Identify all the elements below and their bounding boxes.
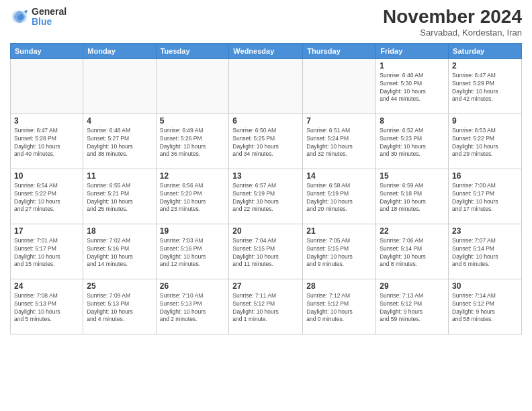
day-number-7: 7 [306, 116, 372, 126]
day-number-17: 17 [14, 226, 79, 236]
cell-2-0: 10Sunrise: 6:54 AM Sunset: 5:22 PM Dayli… [11, 169, 83, 224]
cell-2-1: 11Sunrise: 6:55 AM Sunset: 5:21 PM Dayli… [83, 169, 156, 224]
cell-4-4: 28Sunrise: 7:12 AM Sunset: 5:12 PM Dayli… [303, 279, 376, 334]
cell-4-0: 24Sunrise: 7:08 AM Sunset: 5:13 PM Dayli… [11, 279, 83, 334]
day-number-24: 24 [14, 281, 79, 291]
week-row-2: 10Sunrise: 6:54 AM Sunset: 5:22 PM Dayli… [11, 169, 522, 224]
day-info-28: Sunrise: 7:12 AM Sunset: 5:12 PM Dayligh… [306, 292, 372, 324]
day-info-19: Sunrise: 7:03 AM Sunset: 5:16 PM Dayligh… [160, 237, 226, 269]
day-number-5: 5 [160, 116, 226, 126]
day-info-25: Sunrise: 7:09 AM Sunset: 5:13 PM Dayligh… [87, 292, 152, 324]
day-number-14: 14 [306, 171, 372, 181]
cell-3-5: 22Sunrise: 7:06 AM Sunset: 5:14 PM Dayli… [376, 224, 449, 279]
day-number-29: 29 [380, 281, 445, 291]
cell-4-5: 29Sunrise: 7:13 AM Sunset: 5:12 PM Dayli… [376, 279, 449, 334]
day-info-7: Sunrise: 6:51 AM Sunset: 5:24 PM Dayligh… [306, 127, 372, 159]
calendar-table: Sunday Monday Tuesday Wednesday Thursday… [10, 43, 522, 334]
cell-0-1 [83, 58, 156, 113]
day-number-25: 25 [87, 281, 152, 291]
cell-3-6: 23Sunrise: 7:07 AM Sunset: 5:14 PM Dayli… [449, 224, 522, 279]
cell-2-3: 13Sunrise: 6:57 AM Sunset: 5:19 PM Dayli… [229, 169, 303, 224]
day-info-12: Sunrise: 6:56 AM Sunset: 5:20 PM Dayligh… [160, 182, 226, 214]
day-info-3: Sunrise: 6:47 AM Sunset: 5:28 PM Dayligh… [14, 127, 79, 159]
day-info-20: Sunrise: 7:04 AM Sunset: 5:15 PM Dayligh… [232, 237, 299, 269]
day-number-13: 13 [232, 171, 299, 181]
day-info-5: Sunrise: 6:49 AM Sunset: 5:26 PM Dayligh… [160, 127, 226, 159]
cell-0-6: 2Sunrise: 6:47 AM Sunset: 5:29 PM Daylig… [449, 58, 522, 113]
cell-1-4: 7Sunrise: 6:51 AM Sunset: 5:24 PM Daylig… [303, 113, 376, 169]
cell-4-2: 26Sunrise: 7:10 AM Sunset: 5:13 PM Dayli… [156, 279, 229, 334]
location-subtitle: Sarvabad, Kordestan, Iran [383, 28, 522, 38]
cell-4-1: 25Sunrise: 7:09 AM Sunset: 5:13 PM Dayli… [83, 279, 156, 334]
cell-2-4: 14Sunrise: 6:58 AM Sunset: 5:19 PM Dayli… [303, 169, 376, 224]
day-number-26: 26 [160, 281, 226, 291]
header-row: Sunday Monday Tuesday Wednesday Thursday… [11, 43, 522, 58]
day-info-18: Sunrise: 7:02 AM Sunset: 5:16 PM Dayligh… [87, 237, 152, 269]
day-info-13: Sunrise: 6:57 AM Sunset: 5:19 PM Dayligh… [232, 182, 299, 214]
day-info-4: Sunrise: 6:48 AM Sunset: 5:27 PM Dayligh… [87, 127, 152, 159]
header-saturday: Saturday [449, 43, 522, 58]
header: General Blue November 2024 Sarvabad, Kor… [10, 7, 522, 38]
header-thursday: Thursday [303, 43, 376, 58]
day-info-15: Sunrise: 6:59 AM Sunset: 5:18 PM Dayligh… [380, 182, 445, 214]
day-info-1: Sunrise: 6:46 AM Sunset: 5:30 PM Dayligh… [380, 72, 445, 104]
day-info-30: Sunrise: 7:14 AM Sunset: 5:12 PM Dayligh… [452, 292, 518, 324]
day-number-6: 6 [232, 116, 299, 126]
day-number-12: 12 [160, 171, 226, 181]
cell-1-2: 5Sunrise: 6:49 AM Sunset: 5:26 PM Daylig… [156, 113, 229, 169]
cell-0-4 [303, 58, 376, 113]
cell-1-0: 3Sunrise: 6:47 AM Sunset: 5:28 PM Daylig… [11, 113, 83, 169]
cell-3-4: 21Sunrise: 7:05 AM Sunset: 5:15 PM Dayli… [303, 224, 376, 279]
day-number-9: 9 [452, 116, 518, 126]
day-info-16: Sunrise: 7:00 AM Sunset: 5:17 PM Dayligh… [452, 182, 518, 214]
day-number-16: 16 [452, 171, 518, 181]
week-row-4: 24Sunrise: 7:08 AM Sunset: 5:13 PM Dayli… [11, 279, 522, 334]
title-section: November 2024 Sarvabad, Kordestan, Iran [383, 7, 522, 38]
logo-general-text: General [32, 7, 66, 17]
cell-0-3 [229, 58, 303, 113]
day-number-8: 8 [380, 116, 445, 126]
cell-3-2: 19Sunrise: 7:03 AM Sunset: 5:16 PM Dayli… [156, 224, 229, 279]
cell-0-5: 1Sunrise: 6:46 AM Sunset: 5:30 PM Daylig… [376, 58, 449, 113]
logo-blue-text: Blue [32, 17, 66, 27]
day-number-2: 2 [452, 61, 518, 71]
week-row-0: 1Sunrise: 6:46 AM Sunset: 5:30 PM Daylig… [11, 58, 522, 113]
day-number-11: 11 [87, 171, 152, 181]
week-row-1: 3Sunrise: 6:47 AM Sunset: 5:28 PM Daylig… [11, 113, 522, 169]
cell-3-1: 18Sunrise: 7:02 AM Sunset: 5:16 PM Dayli… [83, 224, 156, 279]
cell-3-3: 20Sunrise: 7:04 AM Sunset: 5:15 PM Dayli… [229, 224, 303, 279]
header-monday: Monday [83, 43, 156, 58]
day-info-2: Sunrise: 6:47 AM Sunset: 5:29 PM Dayligh… [452, 72, 518, 104]
day-number-20: 20 [232, 226, 299, 236]
cell-1-1: 4Sunrise: 6:48 AM Sunset: 5:27 PM Daylig… [83, 113, 156, 169]
cell-4-6: 30Sunrise: 7:14 AM Sunset: 5:12 PM Dayli… [449, 279, 522, 334]
cell-0-0 [11, 58, 83, 113]
logo: General Blue [10, 7, 66, 28]
day-info-10: Sunrise: 6:54 AM Sunset: 5:22 PM Dayligh… [14, 182, 79, 214]
cell-1-3: 6Sunrise: 6:50 AM Sunset: 5:25 PM Daylig… [229, 113, 303, 169]
header-tuesday: Tuesday [156, 43, 229, 58]
header-friday: Friday [376, 43, 449, 58]
day-number-23: 23 [452, 226, 518, 236]
cell-2-2: 12Sunrise: 6:56 AM Sunset: 5:20 PM Dayli… [156, 169, 229, 224]
day-info-14: Sunrise: 6:58 AM Sunset: 5:19 PM Dayligh… [306, 182, 372, 214]
cell-2-6: 16Sunrise: 7:00 AM Sunset: 5:17 PM Dayli… [449, 169, 522, 224]
day-number-1: 1 [380, 61, 445, 71]
day-number-3: 3 [14, 116, 79, 126]
cell-1-5: 8Sunrise: 6:52 AM Sunset: 5:23 PM Daylig… [376, 113, 449, 169]
day-info-21: Sunrise: 7:05 AM Sunset: 5:15 PM Dayligh… [306, 237, 372, 269]
day-number-15: 15 [380, 171, 445, 181]
week-row-3: 17Sunrise: 7:01 AM Sunset: 5:17 PM Dayli… [11, 224, 522, 279]
header-wednesday: Wednesday [229, 43, 303, 58]
day-number-4: 4 [87, 116, 152, 126]
cell-4-3: 27Sunrise: 7:11 AM Sunset: 5:12 PM Dayli… [229, 279, 303, 334]
day-info-26: Sunrise: 7:10 AM Sunset: 5:13 PM Dayligh… [160, 292, 226, 324]
day-info-29: Sunrise: 7:13 AM Sunset: 5:12 PM Dayligh… [380, 292, 445, 324]
day-info-6: Sunrise: 6:50 AM Sunset: 5:25 PM Dayligh… [232, 127, 299, 159]
page: General Blue November 2024 Sarvabad, Kor… [0, 0, 532, 411]
logo-text: General Blue [32, 7, 66, 28]
day-info-11: Sunrise: 6:55 AM Sunset: 5:21 PM Dayligh… [87, 182, 152, 214]
cell-3-0: 17Sunrise: 7:01 AM Sunset: 5:17 PM Dayli… [11, 224, 83, 279]
header-sunday: Sunday [11, 43, 83, 58]
day-number-10: 10 [14, 171, 79, 181]
